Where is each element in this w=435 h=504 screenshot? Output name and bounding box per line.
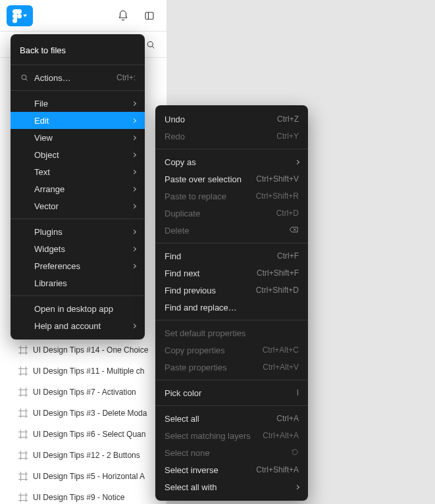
menu-item-help-and-account[interactable]: Help and account [11, 317, 145, 334]
menu-item-label: Find previous [165, 286, 251, 295]
menu-item-label: Select matching layers [165, 431, 257, 441]
menu-item-label: Help and account [34, 321, 127, 331]
frame-icon [18, 430, 28, 439]
frame-icon [18, 493, 28, 502]
layer-row[interactable]: UI Design Tips #11 - Multiple ch [0, 361, 166, 382]
menu-item-label: Pick color [165, 388, 292, 398]
bell-icon [117, 10, 129, 22]
menu-item-label: Paste to replace [165, 191, 251, 201]
menu-item-label: Copy properties [165, 345, 257, 355]
chevron-right-icon [132, 186, 136, 191]
edit-item-select-all[interactable]: Select allCtrl+A [155, 410, 308, 427]
layer-name: UI Design Tips #14 - One Choice [33, 345, 148, 355]
edit-item-find-and-replace-[interactable]: Find and replace… [155, 299, 308, 316]
menu-item-label: Select inverse [165, 465, 251, 475]
menu-item-file[interactable]: File [11, 95, 145, 112]
edit-item-select-all-with[interactable]: Select all with [155, 478, 308, 495]
main-menu: Back to files Actions… Ctrl+: FileEditVi… [11, 34, 145, 340]
edit-item-select-inverse[interactable]: Select inverseCtrl+Shift+A [155, 461, 308, 478]
svg-rect-0 [145, 12, 153, 19]
menu-item-label: Find and replace… [165, 303, 299, 313]
menu-shortcut: Ctrl+F [277, 251, 299, 261]
menu-shortcut: Ctrl+Z [277, 114, 299, 124]
layer-name: UI Design Tips #12 - 2 Buttons [33, 451, 140, 460]
menu-item-text[interactable]: Text [11, 163, 145, 180]
chevron-right-icon [132, 203, 136, 208]
menu-back-to-files[interactable]: Back to files [11, 39, 145, 61]
menu-item-label: Actions… [34, 73, 111, 83]
chevron-right-icon [132, 263, 136, 268]
edit-item-paste-over-selection[interactable]: Paste over selectionCtrl+Shift+V [155, 170, 308, 188]
menu-item-label: Select all with [165, 482, 290, 492]
frame-icon [18, 366, 28, 376]
layer-row[interactable]: UI Design Tips #9 - Notice [0, 487, 166, 504]
menu-item-label: Copy as [165, 157, 290, 167]
menu-item-plugins[interactable]: Plugins [11, 223, 145, 240]
search-icon [145, 39, 156, 50]
layer-name: UI Design Tips #5 - Horizontal A [33, 472, 145, 481]
layer-row[interactable]: UI Design Tips #5 - Horizontal A [0, 466, 166, 487]
chevron-right-icon [132, 246, 136, 251]
menu-item-label: Widgets [34, 244, 127, 254]
edit-item-undo[interactable]: UndoCtrl+Z [155, 111, 308, 128]
top-bar [0, 0, 166, 32]
menu-item-object[interactable]: Object [11, 146, 145, 163]
menu-separator [155, 380, 308, 380]
edit-item-pick-color[interactable]: Pick colorI [155, 384, 308, 401]
menu-item-open-in-desktop-app[interactable]: Open in desktop app [11, 300, 145, 317]
menu-item-label: Find [165, 251, 272, 261]
layer-row[interactable]: UI Design Tips #14 - One Choice [0, 340, 166, 361]
panel-toggle-button[interactable] [139, 5, 160, 26]
menu-item-view[interactable]: View [11, 129, 145, 146]
menu-item-label: Select none [165, 448, 283, 458]
search-icon [20, 73, 29, 82]
notifications-button[interactable] [113, 5, 134, 26]
menu-item-label: View [34, 133, 127, 143]
menu-shortcut: Ctrl+Shift+A [256, 465, 299, 474]
edit-item-select-matching-layers: Select matching layersCtrl+Alt+A [155, 427, 308, 444]
menu-item-preferences[interactable]: Preferences [11, 257, 145, 274]
menu-separator [155, 405, 308, 406]
menu-item-arrange[interactable]: Arrange [11, 180, 145, 197]
menu-item-libraries[interactable]: Libraries [11, 274, 145, 291]
chevron-right-icon [132, 118, 136, 122]
frame-icon [18, 345, 28, 355]
layer-row[interactable]: UI Design Tips #6 - Select Quan [0, 424, 166, 445]
layer-row[interactable]: UI Design Tips #7 - Activation [0, 382, 166, 403]
main-menu-button[interactable] [7, 5, 33, 26]
menu-item-widgets[interactable]: Widgets [11, 240, 145, 257]
menu-item-label: Duplicate [165, 209, 271, 218]
menu-item-label: File [34, 99, 127, 109]
edit-item-select-none: Select none [155, 444, 308, 461]
edit-item-find[interactable]: FindCtrl+F [155, 247, 308, 265]
menu-item-vector[interactable]: Vector [11, 197, 145, 214]
menu-item-label: Undo [165, 114, 272, 124]
menu-shortcut: Ctrl+: [116, 73, 136, 82]
menu-separator [11, 90, 145, 91]
layer-name: UI Design Tips #9 - Notice [33, 493, 124, 502]
layer-name: UI Design Tips #3 - Delete Moda [33, 409, 147, 418]
menu-item-label: Select all [165, 414, 271, 424]
menu-actions[interactable]: Actions… Ctrl+: [11, 69, 145, 86]
chevron-down-icon [23, 14, 27, 17]
menu-item-label: Arrange [34, 184, 127, 194]
chevron-right-icon [132, 323, 136, 328]
menu-item-label: Redo [165, 132, 271, 141]
menu-shortcut: Ctrl+Alt+C [263, 345, 299, 355]
menu-item-label: Libraries [34, 278, 136, 288]
edit-item-set-default-properties: Set default properties [155, 324, 308, 341]
menu-item-label: Object [34, 150, 127, 160]
edit-item-find-previous[interactable]: Find previousCtrl+Shift+D [155, 282, 308, 299]
menu-item-edit[interactable]: Edit [11, 112, 145, 129]
svg-point-2 [147, 41, 153, 47]
layer-row[interactable]: UI Design Tips #12 - 2 Buttons [0, 445, 166, 466]
frame-icon [18, 451, 28, 460]
edit-submenu: UndoCtrl+ZRedoCtrl+YCopy asPaste over se… [155, 105, 308, 501]
edit-item-find-next[interactable]: Find nextCtrl+Shift+F [155, 265, 308, 282]
menu-item-label: Back to files [20, 45, 136, 55]
chevron-right-icon [132, 169, 136, 174]
layer-row[interactable]: UI Design Tips #3 - Delete Moda [0, 403, 166, 424]
edit-item-copy-as[interactable]: Copy as [155, 153, 308, 170]
svg-line-3 [152, 46, 154, 48]
svg-line-5 [26, 79, 28, 81]
